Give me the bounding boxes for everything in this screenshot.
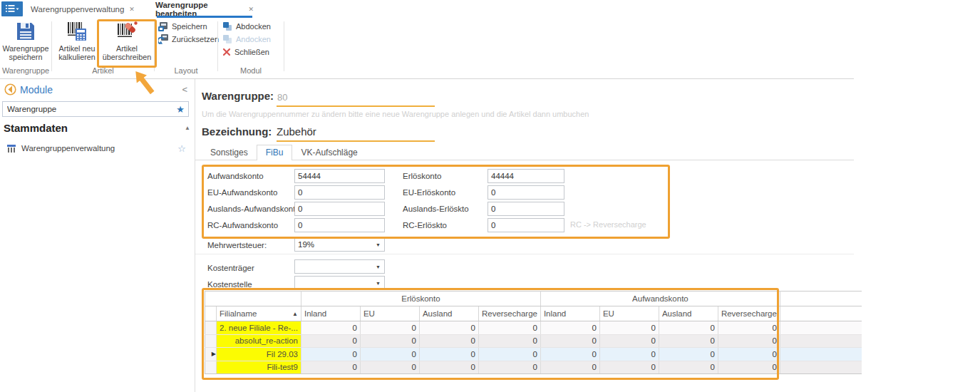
column-header-filialname[interactable]: Filialname ▲ xyxy=(217,306,301,321)
group-header-erloeskonto: Erlöskonto xyxy=(301,292,540,306)
value-cell[interactable]: 0 xyxy=(478,334,540,348)
tab-fibu[interactable]: FiBu xyxy=(257,145,293,160)
artikel-ueberschreiben-button[interactable]: Artikel überschreiben xyxy=(102,20,152,64)
table-row[interactable]: 2. neue Filiale - Re-... 0 0 0 0 0 0 0 0 xyxy=(205,321,862,335)
auslands-aufwandskonto-input[interactable]: 0 xyxy=(294,202,385,216)
value-cell[interactable]: 0 xyxy=(540,321,599,335)
value-cell[interactable]: 0 xyxy=(360,361,419,374)
tab-sonstiges[interactable]: Sonstiges xyxy=(202,145,257,160)
button-label-line: Warengruppe xyxy=(2,44,48,53)
filialname-cell[interactable]: 2. neue Filiale - Re-... xyxy=(217,321,301,335)
warengruppe-hint: Um die Warengruppennummer zu ändern bitt… xyxy=(202,110,589,118)
value-cell[interactable]: 0 xyxy=(478,361,540,374)
module-search-input[interactable] xyxy=(3,104,176,114)
layout-speichern-button[interactable]: Speichern xyxy=(158,21,207,32)
value-cell[interactable]: 0 xyxy=(478,321,540,335)
column-header[interactable]: Reversecharge xyxy=(478,306,540,321)
column-header[interactable]: Inland xyxy=(540,306,599,321)
rc-aufwandskonto-input[interactable]: 0 xyxy=(294,218,385,232)
ribbon-separator xyxy=(284,21,284,71)
modul-abdocken-button[interactable]: Abdocken xyxy=(222,21,271,32)
value-cell[interactable]: 0 xyxy=(599,361,659,374)
value-cell[interactable]: 0 xyxy=(360,334,419,348)
value-cell[interactable]: 0 xyxy=(718,321,780,335)
erloeskonto-input[interactable]: 44444 xyxy=(488,169,564,183)
tab-warengruppenverwaltung[interactable]: Warengruppenverwaltung ✕ xyxy=(33,0,133,18)
column-header[interactable]: Ausland xyxy=(659,306,718,321)
value-cell[interactable]: 0 xyxy=(301,348,360,361)
rc-erloeskto-input[interactable]: 0 xyxy=(488,218,564,232)
sidebar-title: Module xyxy=(20,84,53,96)
value-cell[interactable]: 0 xyxy=(659,321,718,335)
mehrwertsteuer-dropdown[interactable]: 19% ▼ xyxy=(294,237,385,252)
kostenstelle-dropdown[interactable]: ▼ xyxy=(294,276,385,290)
column-header[interactable]: Reversecharge xyxy=(718,306,780,321)
value-cell[interactable]: 0 xyxy=(599,321,659,335)
chevron-down-icon: ▼ xyxy=(376,242,381,247)
filialname-cell[interactable]: absolut_re-action xyxy=(217,334,301,348)
reset-undo-icon xyxy=(158,34,168,44)
value-cell[interactable]: 0 xyxy=(478,348,540,361)
value-cell[interactable]: 0 xyxy=(659,361,718,374)
column-header[interactable]: Inland xyxy=(301,306,360,321)
ribbon-separator xyxy=(51,21,52,71)
value-cell[interactable]: 0 xyxy=(301,361,360,374)
sidebar-collapse-icon[interactable]: < xyxy=(182,84,187,95)
value-cell[interactable]: 0 xyxy=(419,361,478,374)
value-cell[interactable]: 0 xyxy=(718,348,780,361)
table-row-selected[interactable]: ▶ Fil 29.03 0 0 0 0 0 0 0 0 xyxy=(205,348,862,361)
filialname-cell[interactable]: Fili-test9 xyxy=(217,361,301,374)
sidebar-item-warengruppenverwaltung[interactable]: Warengruppenverwaltung ☆ xyxy=(0,140,195,156)
button-label: Zurücksetzen xyxy=(172,35,219,43)
value-cell[interactable]: 0 xyxy=(599,348,659,361)
value-cell[interactable]: 0 xyxy=(419,334,478,348)
value-cell[interactable]: 0 xyxy=(659,334,718,348)
value-cell[interactable]: 0 xyxy=(419,321,478,335)
chevron-down-icon: ▼ xyxy=(376,264,381,269)
value-cell[interactable]: 0 xyxy=(360,348,419,361)
value-cell[interactable]: 0 xyxy=(540,348,599,361)
annotation-arrow xyxy=(131,67,157,97)
close-icon[interactable]: ✕ xyxy=(248,6,254,13)
main-menu-button[interactable] xyxy=(1,1,23,16)
column-header[interactable]: EU xyxy=(599,306,659,321)
column-header[interactable]: Ausland xyxy=(419,306,478,321)
table-row[interactable]: absolut_re-action 0 0 0 0 0 0 0 0 xyxy=(205,334,862,348)
scroll-up-icon[interactable]: ▲ xyxy=(185,125,190,131)
artikel-neu-kalkulieren-button[interactable]: Artikel neu kalkulieren xyxy=(53,20,100,64)
tab-label: Warengruppenverwaltung xyxy=(31,5,124,14)
column-header[interactable]: EU xyxy=(360,306,419,321)
value-cell[interactable]: 0 xyxy=(540,361,599,374)
value-cell[interactable]: 0 xyxy=(599,334,659,348)
close-icon[interactable]: ✕ xyxy=(129,6,135,13)
value-cell[interactable]: 0 xyxy=(659,348,718,361)
filial-konten-table: Erlöskonto Aufwandskonto Filialname ▲ In… xyxy=(205,291,862,374)
field-label: Auslands-Aufwandskonto xyxy=(207,202,300,216)
value-cell[interactable]: 0 xyxy=(718,334,780,348)
value-cell[interactable]: 0 xyxy=(718,361,780,374)
eu-aufwandskonto-input[interactable]: 0 xyxy=(294,185,385,200)
value-cell[interactable]: 0 xyxy=(301,334,360,348)
kostentraeger-dropdown[interactable]: ▼ xyxy=(294,259,385,274)
bezeichnung-input-value[interactable]: Zubehör xyxy=(277,125,316,138)
layout-zuruecksetzen-button[interactable]: Zurücksetzen xyxy=(158,33,219,45)
aufwandskonto-input[interactable]: 54444 xyxy=(294,169,385,183)
field-label: Auslands-Erlöskto xyxy=(403,202,469,216)
value-cell[interactable]: 0 xyxy=(301,321,360,335)
auslands-erloeskto-input[interactable]: 0 xyxy=(488,202,564,216)
favorite-star-outline-icon[interactable]: ☆ xyxy=(177,143,186,154)
value-cell[interactable]: 0 xyxy=(419,348,478,361)
ribbon-toolbar: Warengruppe speichern Artikel neu kalkul… xyxy=(0,19,854,79)
warengruppe-speichern-button[interactable]: Warengruppe speichern xyxy=(1,20,50,64)
tab-vk-aufschlaege[interactable]: VK-Aufschläge xyxy=(292,145,366,160)
modul-schliessen-button[interactable]: Schließen xyxy=(222,46,269,58)
eu-erloeskonto-input[interactable]: 0 xyxy=(488,185,564,200)
button-label-line: überschreiben xyxy=(103,53,151,61)
value-cell[interactable]: 0 xyxy=(540,334,599,348)
field-label: EU-Aufwandskonto xyxy=(207,185,277,200)
table-row[interactable]: Fili-test9 0 0 0 0 0 0 0 0 xyxy=(205,361,862,374)
value-cell[interactable]: 0 xyxy=(360,321,419,335)
favorite-star-icon[interactable]: ★ xyxy=(176,104,188,115)
filialname-cell[interactable]: Fil 29.03 xyxy=(217,348,301,361)
warengruppe-value: 80 xyxy=(277,92,287,103)
